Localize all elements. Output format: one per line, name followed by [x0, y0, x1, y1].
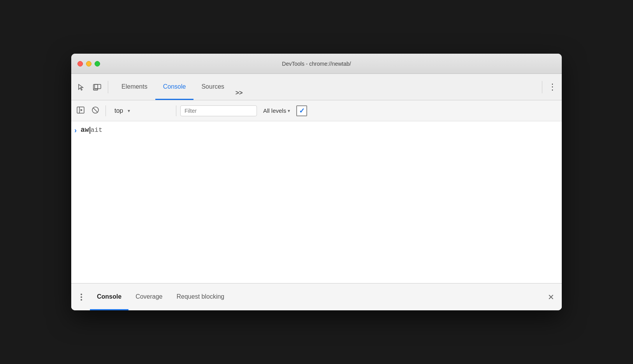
console-entry: › await [71, 124, 562, 138]
show-console-sidebar-button[interactable] [74, 105, 87, 117]
top-toolbar: Elements Console Sources >> ⋮ [71, 74, 562, 100]
traffic-lights [77, 61, 100, 66]
block-icon [91, 106, 99, 116]
tab-sources[interactable]: Sources [193, 74, 232, 100]
device-mode-button[interactable] [90, 80, 104, 94]
dot-3 [81, 299, 82, 301]
console-text-bold: aw [81, 126, 89, 134]
log-levels-selector[interactable]: All levels ▾ [259, 106, 294, 116]
text-cursor [90, 127, 90, 134]
dot-1 [81, 294, 82, 295]
checkbox-checkmark: ✓ [299, 107, 305, 115]
device-mode-icon [92, 82, 102, 92]
close-drawer-icon: ✕ [548, 292, 554, 302]
inspect-cursor-icon [77, 82, 86, 92]
toolbar-divider-1 [108, 81, 108, 93]
devtools-menu-button[interactable]: ⋮ [546, 81, 559, 93]
drawer-tabs: Console Coverage Request blocking [90, 284, 231, 310]
drawer-menu-button[interactable] [76, 292, 87, 303]
console-input-text: await [81, 126, 102, 134]
window-title: DevTools - chrome://newtab/ [282, 61, 351, 67]
tab-console[interactable]: Console [155, 74, 194, 100]
more-tabs-button[interactable]: >> [232, 86, 246, 100]
toolbar-divider-2 [542, 81, 542, 93]
console-toolbar: top ▾ All levels ▾ ✓ [71, 100, 562, 121]
console-output[interactable]: › await [71, 121, 562, 283]
drawer-tab-request-blocking[interactable]: Request blocking [170, 283, 232, 310]
show-sidebar-icon [77, 106, 84, 116]
expand-arrow-icon[interactable]: › [74, 126, 77, 135]
drawer-tab-coverage[interactable]: Coverage [128, 283, 169, 310]
console-text-mono: ait [91, 126, 103, 134]
context-selector[interactable]: top ▾ [110, 106, 172, 116]
dot-2 [81, 296, 82, 298]
maximize-button[interactable] [95, 61, 100, 66]
title-bar: DevTools - chrome://newtab/ [71, 54, 562, 74]
context-dropdown-arrow: ▾ [128, 108, 130, 114]
tab-elements[interactable]: Elements [114, 74, 155, 100]
minimize-button[interactable] [86, 61, 91, 66]
devtools-panel: Elements Console Sources >> ⋮ [71, 74, 562, 310]
inspect-element-button[interactable] [74, 80, 88, 94]
svg-marker-5 [81, 109, 83, 111]
close-drawer-button[interactable]: ✕ [545, 291, 557, 303]
bottom-drawer: Console Coverage Request blocking ✕ [71, 283, 562, 310]
drawer-tab-console[interactable]: Console [90, 283, 128, 310]
close-button[interactable] [77, 61, 83, 66]
log-xhr-button[interactable]: ✓ [296, 105, 307, 116]
tab-nav: Elements Console Sources >> [114, 74, 246, 100]
filter-input[interactable] [180, 105, 257, 116]
console-divider-1 [106, 105, 106, 116]
svg-line-7 [93, 108, 98, 112]
devtools-window: DevTools - chrome://newtab/ [71, 54, 562, 310]
console-divider-2 [176, 105, 176, 116]
clear-console-button[interactable] [89, 105, 102, 117]
levels-dropdown-arrow: ▾ [288, 108, 290, 114]
